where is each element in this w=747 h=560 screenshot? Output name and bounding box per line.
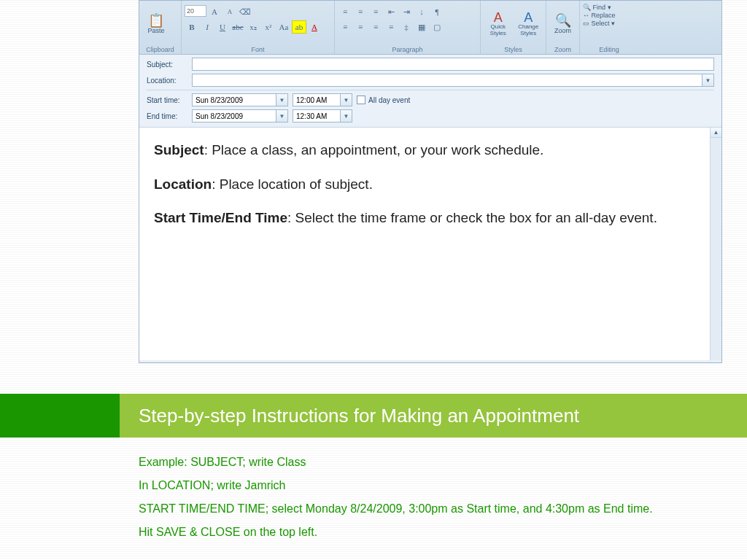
subject-label: Subject: [147,61,187,69]
example-line-3: START TIME/END TIME; select Monday 8/24/… [139,497,653,521]
chevron-down-icon[interactable]: ▼ [340,110,352,122]
end-time-label: End time: [147,112,187,120]
zoom-button[interactable]: 🔍 Zoom [549,6,576,42]
body-location-text: : Place location of subject. [212,176,373,192]
all-day-label: All day event [368,96,410,104]
scrollbar[interactable]: ▲ [710,128,721,360]
numbering-button[interactable]: ≡ [353,5,368,18]
start-time-input[interactable]: 12:00 AM▼ [293,93,352,106]
outdent-button[interactable]: ⇤ [384,5,398,18]
font-size-input[interactable]: 20 [185,5,206,17]
clipboard-group-label: Clipboard [142,45,178,53]
shading-button[interactable]: ▦ [414,20,429,34]
title-accent-block [0,394,120,438]
example-line-4: Hit SAVE & CLOSE on the top left. [139,521,653,544]
replace-button[interactable]: ↔ Replace [583,12,616,19]
sort-button[interactable]: ↓ [414,5,429,18]
subscript-button[interactable]: x₂ [246,20,260,34]
paragraph-group-label: Paragraph [338,45,477,53]
justify-button[interactable]: ≡ [384,20,398,34]
scroll-up-icon[interactable]: ▲ [711,128,721,138]
location-dropdown-icon[interactable]: ▼ [702,74,713,86]
example-text-block: Example: SUBJECT; write Class In LOCATIO… [139,451,653,544]
change-styles-icon: A [524,11,533,24]
styles-group-label: Styles [484,45,543,53]
italic-button[interactable]: I [200,20,214,34]
location-input[interactable]: ▼ [192,74,714,87]
superscript-button[interactable]: x² [261,20,276,34]
paste-button[interactable]: 📋 Paste [142,6,170,42]
body-subject-bold: Subject [154,142,204,158]
start-time-label: Start time: [147,96,187,104]
appointment-form: Subject: Location: ▼ Start time: Sun 8/2… [139,55,721,122]
find-button[interactable]: 🔍 Find ▾ [583,4,611,11]
zoom-group-label: Zoom [549,45,576,53]
indent-button[interactable]: ⇥ [399,5,414,18]
underline-button[interactable]: U [215,20,230,34]
select-button[interactable]: ▭ Select ▾ [583,20,615,27]
ribbon: 📋 Paste Clipboard 20 A A ⌫ B I U abc [139,1,721,55]
borders-button[interactable]: ▢ [430,20,444,34]
quick-styles-button[interactable]: A Quick Styles [484,6,513,42]
chevron-down-icon[interactable]: ▼ [276,110,287,122]
end-time-input[interactable]: 12:30 AM▼ [293,109,352,122]
quick-styles-icon: A [494,11,503,24]
location-label: Location: [147,77,187,85]
bold-button[interactable]: B [185,20,199,34]
outlook-appointment-screenshot: 📋 Paste Clipboard 20 A A ⌫ B I U abc [139,0,722,363]
body-subject-text: : Place a class, an appointment, or your… [204,142,544,158]
zoom-icon: 🔍 [555,14,571,27]
body-time-text: : Select the time frame or check the box… [287,210,657,225]
start-date-input[interactable]: Sun 8/23/2009▼ [192,93,288,106]
align-right-button[interactable]: ≡ [368,20,383,34]
line-spacing-button[interactable]: ‡ [399,20,414,34]
chevron-down-icon[interactable]: ▼ [276,94,287,106]
chevron-down-icon[interactable]: ▼ [340,94,352,106]
all-day-checkbox[interactable] [357,96,365,104]
end-date-input[interactable]: Sun 8/23/2009▼ [192,109,288,122]
align-center-button[interactable]: ≡ [353,20,368,34]
font-color-button[interactable]: A [307,20,322,34]
highlight-button[interactable]: ab [292,20,306,34]
body-location-bold: Location [154,176,212,192]
multilevel-button[interactable]: ≡ [368,5,383,18]
body-time-bold: Start Time/End Time [154,210,287,225]
slide-title-bar: Step-by-step Instructions for Making an … [0,394,747,438]
grow-font-button[interactable]: A [207,5,222,18]
font-group-label: Font [185,45,331,53]
slide-title: Step-by-step Instructions for Making an … [120,394,747,438]
case-button[interactable]: Aa [276,20,291,34]
editing-group-label: Editing [583,45,635,53]
shrink-font-button[interactable]: A [222,5,237,18]
appointment-body[interactable]: ▲ Subject: Place a class, an appointment… [139,127,721,360]
bullets-button[interactable]: ≡ [338,5,352,18]
subject-input[interactable] [192,58,714,71]
strike-button[interactable]: abc [231,20,245,34]
clipboard-icon: 📋 [148,14,164,27]
example-line-1: Example: SUBJECT; write Class [139,451,653,474]
example-line-2: In LOCATION; write Jamrich [139,474,653,497]
clear-format-button[interactable]: ⌫ [238,5,252,18]
align-left-button[interactable]: ≡ [338,20,352,34]
show-marks-button[interactable]: ¶ [430,5,444,18]
change-styles-button[interactable]: A Change Styles [514,6,543,42]
